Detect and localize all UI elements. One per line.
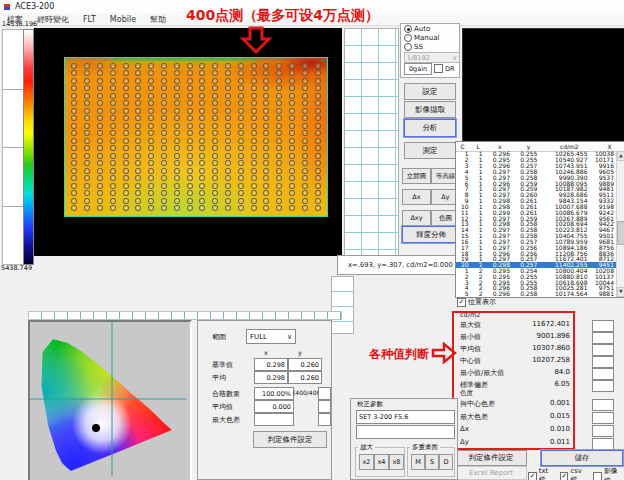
calibration-panel: 校正參數 SET 3-200 F5.6 放大 多重畫面 x2x4x8MSD: [350, 398, 458, 480]
mean-value-field[interactable]: 0.000: [254, 400, 294, 413]
points-table-body[interactable]: 110.2960.25510265.45510038210.2950.25510…: [456, 151, 617, 297]
measure-point-marker: [123, 85, 129, 91]
dr-checkbox[interactable]: DR: [434, 64, 455, 73]
points-table[interactable]: CLxycd/m2X 110.2960.25510265.45510038210…: [455, 141, 624, 298]
gain-button[interactable]: 0gain: [404, 63, 432, 75]
measure-point-marker: [302, 115, 308, 121]
table-row[interactable]: 520.2960.25810174.5649881: [456, 291, 617, 297]
measure-point-marker: [110, 63, 116, 69]
measure-point-marker: [251, 153, 257, 159]
analyze-button[interactable]: 分析: [404, 119, 456, 137]
measure-point-marker: [263, 190, 269, 196]
delta-xy-button[interactable]: Δxy: [402, 210, 431, 226]
reference-y-field[interactable]: 0.260: [288, 358, 322, 371]
luminance-heatmap[interactable]: [64, 57, 328, 217]
menu-item[interactable]: Mobile: [103, 15, 143, 24]
measure-point-marker: [148, 100, 154, 106]
stats-row: 與中心色差0.001: [460, 399, 570, 409]
average-x-field[interactable]: 0.298: [254, 371, 288, 384]
calibration-set-field[interactable]: SET 3-200 F5.6: [356, 410, 455, 424]
position-display-checkbox[interactable]: ✓ 位置表示: [457, 297, 496, 307]
zoom-x2-button[interactable]: x2: [359, 454, 374, 470]
excel-report-button[interactable]: Excel Report: [455, 466, 527, 480]
measure-point-marker: [315, 63, 321, 69]
measure-point-marker: [263, 198, 269, 204]
measure-point-marker: [71, 63, 77, 69]
range-select[interactable]: FULL ∨: [246, 329, 296, 344]
measure-point-marker: [123, 78, 129, 84]
checkbox-icon: ✓: [457, 298, 466, 307]
capture-mode-radio-auto[interactable]: Auto: [404, 25, 459, 33]
stats-label: Δy: [460, 438, 469, 446]
stereo-view-button[interactable]: 立體圖: [402, 168, 431, 184]
measure-point-marker: [251, 108, 257, 114]
measure-point-marker: [187, 183, 193, 189]
measure-point-marker: [161, 160, 167, 166]
measurement-view[interactable]: [34, 28, 342, 256]
measure-point-marker: [199, 100, 205, 106]
multi-screen-m-button[interactable]: M: [411, 454, 425, 470]
judge-result-box: [318, 413, 331, 426]
measure-point-marker: [289, 63, 295, 69]
cursor-status-text: x=.693, y=.307, cd/m2=0.000: [338, 261, 453, 269]
export-checkbox-unchecked[interactable]: 影像檔: [593, 466, 624, 480]
measure-point-marker: [251, 145, 257, 151]
cie-chromaticity-panel[interactable]: [28, 320, 192, 480]
export-checkbox-checked[interactable]: ✓txt檔: [528, 467, 555, 480]
measure-button[interactable]: 測定: [404, 142, 456, 159]
measure-point-marker: [135, 78, 141, 84]
measure-point-marker: [135, 138, 141, 144]
measure-point-marker: [148, 198, 154, 204]
scroll-up-icon[interactable]: ▲: [617, 151, 624, 161]
save-button[interactable]: 儲存: [541, 450, 623, 466]
zoom-x8-button[interactable]: x8: [389, 454, 404, 470]
measure-point-marker: [148, 93, 154, 99]
stats-row: 最小值/最大值84.0: [460, 368, 570, 378]
zoom-label: 放大: [358, 443, 375, 452]
multi-screen-s-button[interactable]: S: [425, 454, 439, 470]
measure-point-marker: [110, 183, 116, 189]
measure-point-marker: [187, 130, 193, 136]
menu-item[interactable]: 幫助: [143, 14, 173, 25]
judge-result-box: [592, 412, 614, 424]
measure-point-marker: [84, 160, 90, 166]
scale-tick-panel: [2, 29, 24, 265]
y-column-header: y: [298, 349, 302, 357]
measure-point-marker: [97, 63, 103, 69]
judge-condition-button[interactable]: 判定條件設定: [455, 450, 527, 466]
measure-point-marker: [199, 205, 205, 211]
settings-button[interactable]: 設定: [404, 83, 456, 100]
reference-x-field[interactable]: 0.298: [254, 358, 288, 371]
shutter-select[interactable]: 1/8192 ∨: [404, 52, 460, 63]
export-checkbox-checked[interactable]: ✓csv檔: [560, 467, 589, 480]
capture-mode-radio-ss[interactable]: SS: [404, 43, 459, 51]
measure-point-marker: [135, 70, 141, 76]
scroll-down-icon[interactable]: ▼: [617, 287, 624, 297]
average-y-field[interactable]: 0.260: [288, 371, 322, 384]
measure-point-marker: [71, 175, 77, 181]
table-scrollbar[interactable]: ▲ ▼: [616, 151, 624, 297]
luminance-distribution-button[interactable]: 輝度分佈: [402, 226, 460, 243]
stats-value: 0.011: [550, 438, 570, 446]
delta-x-button[interactable]: Δx: [402, 189, 431, 205]
scroll-thumb[interactable]: [617, 221, 624, 245]
judge-condition-button[interactable]: 判定條件設定: [253, 431, 327, 448]
menu-item[interactable]: FLT: [76, 15, 103, 24]
capture-mode-radio-manual[interactable]: Manual: [404, 34, 459, 42]
checkbox-icon: [434, 64, 443, 73]
calibration-extra-field[interactable]: [356, 425, 455, 439]
measure-point-marker: [315, 85, 321, 91]
measure-point-marker: [315, 175, 321, 181]
measure-point-marker: [251, 175, 257, 181]
measure-point-marker: [110, 130, 116, 136]
measure-point-marker: [187, 205, 193, 211]
multi-screen-d-button[interactable]: D: [439, 454, 453, 470]
image-capture-button[interactable]: 影像擷取: [404, 101, 456, 118]
measure-point-marker: [97, 168, 103, 174]
max-color-diff-field[interactable]: [254, 413, 294, 426]
zoom-x4-button[interactable]: x4: [374, 454, 389, 470]
measure-point-marker: [123, 153, 129, 159]
measure-point-marker: [174, 108, 180, 114]
measure-point-marker: [263, 145, 269, 151]
camera-thumbnail-view[interactable]: [462, 28, 624, 142]
